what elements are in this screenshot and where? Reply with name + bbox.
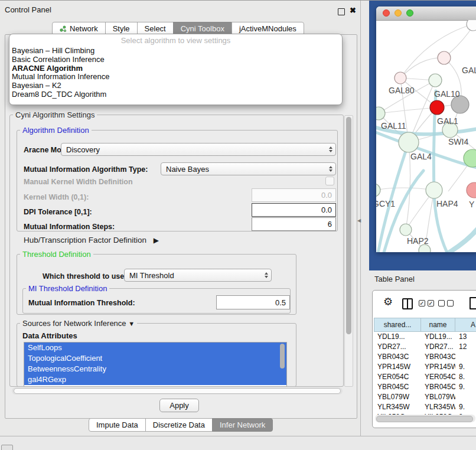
manual-kernel-label: Manual Kernel Width Definition [24, 178, 133, 186]
traffic-light-close-icon[interactable] [383, 9, 390, 17]
mi-threshold-label: Mutual Information Threshold: [28, 299, 135, 307]
network-view[interactable]: GALGAL80GAL10GAL1GAL11SWI4GAL4GCY1HAP4YH… [376, 20, 476, 252]
aracne-mode-select[interactable]: Discovery [61, 143, 336, 156]
bottom-tab-discretize-data[interactable]: Discretize Data [145, 418, 213, 432]
tab-label: Infer Network [220, 420, 265, 429]
table-cell: YER054C [374, 372, 421, 382]
hub-definition-label[interactable]: Hub/Transcription Factor Definition ▶ [24, 236, 159, 244]
table-cell: YDR27... [374, 342, 421, 352]
sources-collapse-icon[interactable]: ▼ [128, 320, 135, 327]
table-row[interactable]: YBR045CYBR045C9. [374, 382, 476, 392]
list-item[interactable]: SelfLoops [24, 343, 286, 353]
traffic-light-minimize-icon[interactable] [395, 9, 402, 17]
table-row[interactable]: YBL079WYBL079W [374, 392, 476, 402]
combo-stepper-icon [329, 166, 335, 172]
bottom-tab-infer-network[interactable]: Infer Network [212, 418, 273, 432]
table-body: YDL19...YDL19...13YDR27...YDR27...12YBR0… [374, 332, 476, 422]
table-row[interactable]: YPR145WYPR145W9. [374, 362, 476, 372]
which-threshold-label: Which threshold to use: [43, 272, 126, 281]
network-node[interactable] [429, 74, 442, 87]
table-row[interactable]: YER054CYER054C8. [374, 372, 476, 382]
network-node[interactable] [376, 107, 385, 120]
mi-threshold-input[interactable]: 0.5 [216, 295, 290, 309]
list-scrollbar-thumb[interactable] [280, 344, 285, 369]
kernel-width-input[interactable]: 0.0 [252, 188, 336, 202]
network-graph[interactable]: GALGAL80GAL10GAL1GAL11SWI4GAL4GCY1HAP4YH… [376, 20, 476, 252]
sources-title[interactable]: Sources for Network Inference ▼ [20, 319, 137, 328]
manual-kernel-checkbox[interactable] [325, 177, 334, 185]
network-node[interactable] [426, 182, 442, 198]
algorithm-select-popup[interactable]: Select algorithm to view settings Bayesi… [9, 34, 343, 105]
which-threshold-select[interactable]: MI Threshold [124, 269, 272, 282]
list-item[interactable]: gal4RGexp [24, 374, 286, 385]
close-icon[interactable]: ✖ [350, 6, 356, 15]
algorithm-option[interactable]: Basic Correlation Inference [12, 56, 342, 64]
network-node[interactable] [430, 100, 444, 115]
network-node[interactable] [467, 20, 476, 31]
bottom-tab-impute-data[interactable]: Impute Data [89, 418, 146, 432]
algorithm-option[interactable]: Dream8 DC_TDC Algorithm [12, 90, 342, 99]
mi-steps-input[interactable]: 6 [252, 217, 336, 231]
dpi-tolerance-input[interactable]: 0.0 [252, 203, 336, 217]
network-window-titlebar[interactable] [376, 6, 476, 21]
network-node[interactable] [400, 224, 412, 236]
table-cell: YPR145W [374, 362, 421, 372]
settings-hscrollbar[interactable] [12, 387, 343, 394]
table-cell: YBL079W [374, 392, 421, 402]
network-edge [406, 142, 410, 230]
algorithm-option[interactable]: ARACNE Algorithm [12, 64, 342, 73]
table-cell: 8. [455, 372, 476, 382]
network-node[interactable] [467, 182, 476, 198]
table-hscrollbar-thumb[interactable] [376, 416, 473, 422]
table-cell: 9. [455, 382, 476, 392]
table-cell: YER054C [421, 372, 455, 382]
network-icon [60, 25, 67, 32]
table-row[interactable]: YDR27...YDR27...12 [374, 342, 476, 352]
list-item[interactable]: BetweennessCentrality [24, 364, 286, 374]
network-node[interactable] [376, 184, 380, 197]
unchecked-checkbox-icon[interactable] [447, 300, 454, 306]
network-node[interactable] [438, 51, 451, 64]
unchecked-checkbox-icon[interactable] [438, 300, 445, 306]
algorithm-option[interactable]: Bayesian – K2 [12, 81, 342, 90]
splitter-arrow-icon[interactable]: ◀ [357, 218, 361, 223]
table-header-cell[interactable]: A [455, 318, 476, 332]
checked-checkbox-icon[interactable]: ✓ [428, 300, 434, 306]
cyni-algorithm-settings-title: Cyni Algorithm Settings [13, 110, 97, 119]
table-row[interactable]: YBR043CYBR043C [374, 352, 476, 362]
algorithm-options-list: Bayesian – Hill ClimbingBasic Correlatio… [9, 46, 342, 99]
node-label: GAL [462, 66, 476, 75]
table-window: ⚙ ✓ ✓ shared...nameA YDL19...YDL19...13Y… [372, 290, 476, 428]
document-icon[interactable] [470, 297, 476, 309]
gear-icon[interactable]: ⚙ [383, 295, 393, 308]
mini-button[interactable] [1, 445, 13, 450]
network-node[interactable] [399, 132, 419, 152]
table-row[interactable]: YDL19...YDL19...13 [374, 332, 476, 342]
apply-button[interactable]: Apply [159, 399, 199, 412]
table-header-cell[interactable]: shared... [374, 318, 421, 332]
table-row[interactable]: YLR345WYLR345W9. [374, 402, 476, 412]
traffic-light-zoom-icon[interactable] [406, 9, 413, 17]
columns-icon[interactable] [402, 298, 413, 309]
hub-expand-icon[interactable]: ▶ [154, 236, 159, 244]
settings-scrollbar-thumb[interactable] [346, 117, 351, 334]
data-attributes-list[interactable]: SelfLoopsTopologicalCoefficientBetweenne… [24, 342, 287, 387]
checked-checkbox-icon[interactable]: ✓ [419, 300, 425, 306]
network-node[interactable] [395, 72, 406, 84]
list-item[interactable]: TopologicalCoefficient [24, 353, 286, 364]
node-label: GAL4 [410, 152, 432, 161]
network-window: GALGAL80GAL10GAL1GAL11SWI4GAL4GCY1HAP4YH… [376, 6, 476, 252]
algorithm-option[interactable]: Mutual Information Inference [12, 73, 342, 81]
table-header-cell[interactable]: name [421, 318, 455, 332]
mi-algorithm-type-select[interactable]: Naive Bayes [161, 162, 336, 175]
settings-hscrollbar-thumb[interactable] [14, 388, 341, 394]
mi-threshold-group-title: MI Threshold Definition [26, 284, 109, 293]
table-hscrollbar[interactable] [375, 415, 475, 422]
algorithm-option[interactable]: Bayesian – Hill Climbing [12, 47, 342, 56]
settings-scrollbar[interactable] [344, 115, 353, 387]
float-window-icon[interactable] [338, 8, 345, 15]
table-cell: YBR045C [374, 382, 421, 392]
table-cell: YLR345W [421, 402, 455, 412]
tab-label: Network [70, 24, 98, 33]
table-cell: YDL19... [374, 332, 421, 342]
